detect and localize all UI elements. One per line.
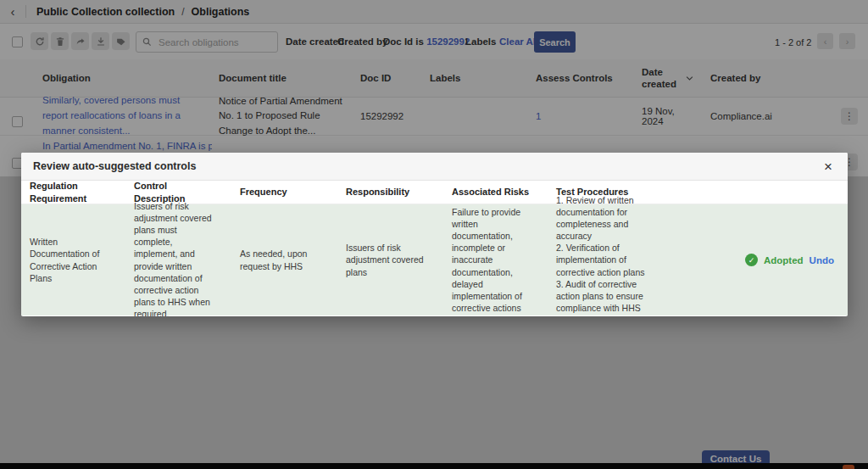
adopted-badge: Adopted [764,255,804,265]
regulation-requirement-cell: Written Documentation of Corrective Acti… [21,236,125,284]
control-description-cell: Issuers of risk adjustment covered plans… [125,200,231,316]
col-frequency: Frequency [231,186,337,198]
responsibility-cell: Issuers of risk adjustment covered plans [337,242,443,278]
modal-title: Review auto-suggested controls [33,160,821,172]
associated-risks-cell: Failure to provide written documentation… [443,206,548,315]
col-responsibility: Responsibility [337,186,443,198]
app-screen: ‹ Public Collection collection / Obligat… [0,0,868,469]
modal-control-row: Written Documentation of Corrective Acti… [21,204,848,315]
check-circle-icon: ✓ [745,254,758,266]
col-associated-risks: Associated Risks [443,186,548,198]
close-icon[interactable]: × [821,158,836,176]
undo-link[interactable]: Undo [810,255,834,265]
frequency-cell: As needed, upon request by HHS [231,248,337,271]
modal-header: Review auto-suggested controls × [21,153,848,181]
control-status: ✓ Adopted Undo [671,254,848,266]
review-controls-modal: Review auto-suggested controls × Regulat… [21,153,848,316]
col-regulation-requirement: Regulation Requirement [21,180,125,205]
test-procedures-cell: 1. Review of written documentation for c… [548,194,671,316]
